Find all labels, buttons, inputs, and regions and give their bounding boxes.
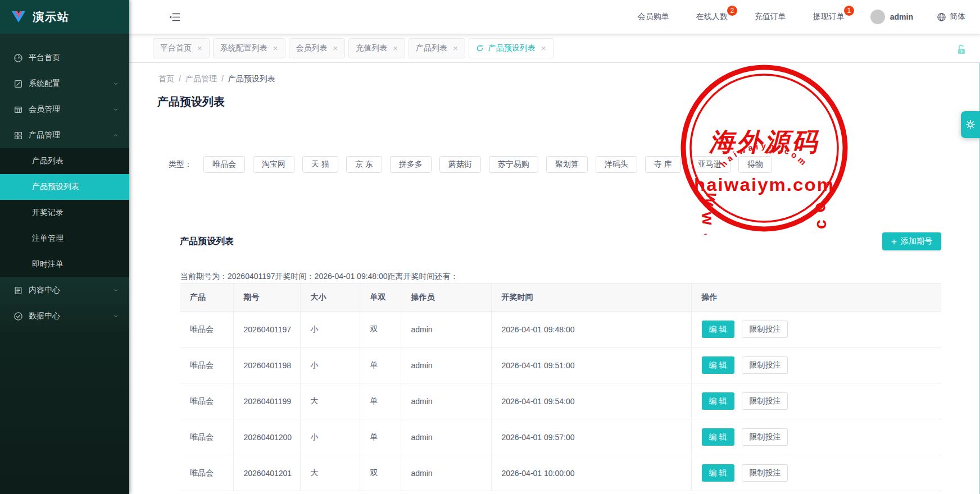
restrict-bet-button[interactable]: 限制投注: [742, 321, 788, 338]
header-link[interactable]: 会员购单: [638, 12, 669, 22]
user-menu[interactable]: admin: [870, 10, 913, 24]
cell-actions: 编 辑 限制投注: [691, 383, 941, 419]
tab-label: 平台首页: [160, 43, 192, 53]
cell-actions: 编 辑 限制投注: [691, 419, 941, 455]
type-filter-button[interactable]: 洋码头: [596, 156, 637, 173]
sidebar-item[interactable]: 会员管理: [0, 97, 129, 122]
column-header: 操作员: [401, 283, 491, 312]
sidebar-item[interactable]: 即时注单: [0, 251, 129, 277]
sidebar-item[interactable]: 数据中心: [0, 303, 129, 329]
type-filter-button[interactable]: 天 猫: [302, 156, 338, 173]
gear-icon: [965, 119, 976, 130]
tab[interactable]: 产品预设列表 ×: [469, 38, 553, 58]
breadcrumb-separator: /: [179, 74, 181, 84]
username: admin: [890, 12, 913, 21]
type-filter-button[interactable]: 蘑菇街: [439, 156, 481, 173]
type-filter-button[interactable]: 得物: [738, 156, 772, 173]
settings-gear-button[interactable]: [961, 111, 980, 138]
close-icon[interactable]: ×: [541, 44, 546, 52]
filter-label: 类型：: [169, 159, 192, 170]
sidebar-item[interactable]: 产品列表: [0, 148, 129, 174]
cell-issue: 20260401199: [233, 383, 300, 419]
restrict-bet-button[interactable]: 限制投注: [742, 356, 788, 374]
header-link[interactable]: 提现订单 1: [813, 12, 845, 22]
header-link[interactable]: 充值订单: [755, 12, 786, 22]
type-filter-button[interactable]: 唯品会: [203, 156, 245, 173]
edit-button[interactable]: 编 辑: [702, 464, 734, 482]
sidebar-item[interactable]: 平台首页: [0, 45, 129, 71]
preset-table: 产品 期号 大小 单双 操作员 开奖时间 操作: [180, 283, 941, 491]
cell-parity: 单: [360, 383, 401, 419]
cell-product: 唯品会: [180, 383, 233, 419]
cell-draw-time: 2026-04-01 09:51:00: [491, 347, 691, 383]
type-filter-button[interactable]: 寺 库: [645, 156, 681, 173]
app-logo[interactable]: 演示站: [0, 0, 129, 34]
avatar: [870, 10, 885, 24]
add-issue-label: 添加期号: [901, 236, 932, 246]
tabs: 平台首页 × 系统配置列表 ×: [153, 38, 557, 58]
tab[interactable]: 充值列表 ×: [348, 38, 405, 58]
edit-button[interactable]: 编 辑: [702, 356, 734, 374]
cell-size: 小: [300, 347, 360, 383]
tab[interactable]: 平台首页 ×: [153, 38, 210, 58]
cell-parity: 双: [360, 455, 401, 491]
close-icon[interactable]: ×: [197, 44, 202, 52]
type-filter-button[interactable]: 拼多多: [390, 156, 432, 173]
refresh-icon[interactable]: [476, 44, 484, 52]
tab[interactable]: 会员列表 ×: [289, 38, 346, 58]
header-link-label: 提现订单: [813, 12, 845, 21]
edit-button[interactable]: 编 辑: [702, 321, 734, 338]
filter-options: 唯品会 淘宝网 天 猫 京 东 拼多多 蘑菇街 苏宁易购 聚划算 洋码头: [203, 156, 780, 173]
sidebar-item-label: 即时注单: [32, 259, 63, 269]
header-links: 会员购单 在线人数 2 充值订单 提现订单: [611, 12, 845, 22]
cell-size: 大: [300, 383, 360, 419]
dashboard-icon: [13, 53, 23, 63]
sidebar-item[interactable]: 系统配置: [0, 71, 129, 97]
close-icon[interactable]: ×: [273, 44, 278, 52]
restrict-bet-button[interactable]: 限制投注: [742, 392, 788, 410]
app-title: 演示站: [33, 10, 70, 25]
type-filter-button[interactable]: 聚划算: [546, 156, 588, 173]
add-issue-button[interactable]: + 添加期号: [882, 232, 941, 250]
language-switcher[interactable]: 简体: [937, 12, 965, 22]
tab[interactable]: 产品列表 ×: [409, 38, 465, 58]
page-title: 产品预设列表: [157, 94, 225, 109]
cell-actions: 编 辑 限制投注: [691, 347, 941, 383]
sidebar-item[interactable]: 注单管理: [0, 226, 129, 251]
lock-open-icon[interactable]: [955, 43, 968, 56]
collapse-sidebar-icon[interactable]: [169, 12, 180, 22]
type-filter-button[interactable]: 京 东: [346, 156, 382, 173]
close-icon[interactable]: ×: [393, 44, 398, 52]
sidebar-item-label: 数据中心: [29, 311, 60, 321]
restrict-bet-button[interactable]: 限制投注: [742, 428, 788, 446]
sidebar-item-label: 系统配置: [29, 79, 60, 89]
cell-issue: 20260401201: [233, 455, 300, 491]
sidebar-item[interactable]: 产品预设列表: [0, 174, 129, 200]
cell-size: 小: [300, 312, 360, 347]
close-icon[interactable]: ×: [453, 44, 458, 52]
cell-draw-time: 2026-04-01 10:00:00: [491, 455, 691, 491]
restrict-bet-button[interactable]: 限制投注: [742, 464, 788, 482]
edit-button[interactable]: 编 辑: [702, 392, 734, 410]
edit-button[interactable]: 编 辑: [702, 428, 734, 446]
header-link[interactable]: 在线人数 2: [696, 12, 728, 22]
type-filter-button[interactable]: 苏宁易购: [489, 156, 538, 173]
table-header-row: 产品 期号 大小 单双 操作员 开奖时间 操作: [180, 283, 941, 312]
type-filter-button[interactable]: 淘宝网: [253, 156, 294, 173]
cell-size: 小: [300, 419, 360, 455]
sidebar-item[interactable]: 产品管理: [0, 122, 129, 148]
top-header: 会员购单 在线人数 2 充值订单 提现订单: [129, 0, 980, 34]
cell-operator: admin: [401, 312, 491, 347]
sidebar: 演示站 平台首页 系统配置 会员管理: [0, 0, 129, 494]
breadcrumb-product-management[interactable]: 产品管理: [185, 74, 217, 84]
type-filter-button[interactable]: 亚马逊: [689, 156, 731, 173]
sidebar-item[interactable]: 开奖记录: [0, 200, 129, 226]
sidebar-item-label: 产品管理: [29, 130, 60, 140]
column-header: 产品: [180, 283, 233, 312]
close-icon[interactable]: ×: [333, 44, 338, 52]
panel-header: 产品预设列表 + 添加期号: [180, 231, 941, 251]
sidebar-item-label: 产品列表: [32, 156, 63, 166]
breadcrumb-home[interactable]: 首页: [158, 74, 174, 84]
sidebar-item[interactable]: 内容中心: [0, 277, 129, 303]
tab[interactable]: 系统配置列表 ×: [213, 38, 285, 58]
